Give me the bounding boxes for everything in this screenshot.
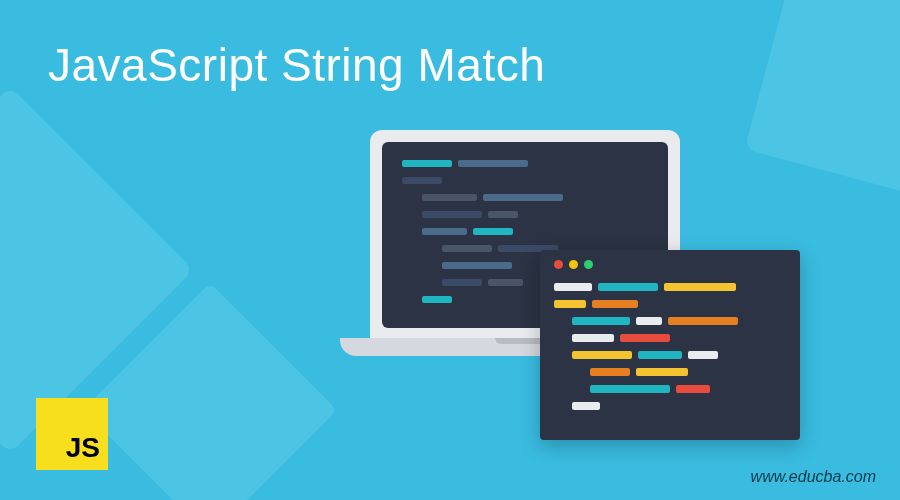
code-editor-icon <box>540 250 800 440</box>
javascript-logo-icon: JS <box>36 398 108 470</box>
page-title: JavaScript String Match <box>48 38 545 92</box>
minimize-dot-icon <box>569 260 578 269</box>
maximize-dot-icon <box>584 260 593 269</box>
window-controls <box>554 260 786 269</box>
bg-shape-right <box>745 0 900 201</box>
js-badge-label: JS <box>66 432 100 464</box>
site-url: www.educba.com <box>751 468 876 486</box>
close-dot-icon <box>554 260 563 269</box>
